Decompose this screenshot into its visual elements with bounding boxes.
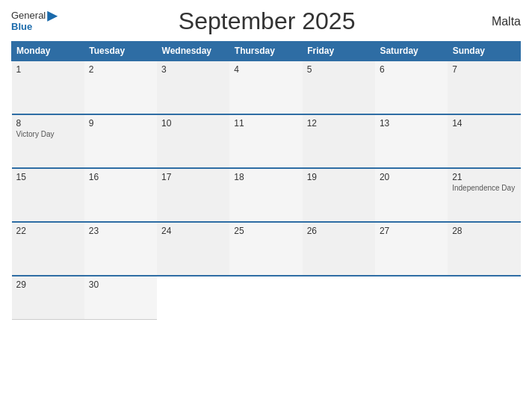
day-cell <box>157 276 229 319</box>
day-number: 11 <box>234 118 297 129</box>
day-cell: 22 <box>12 222 84 276</box>
day-number: 10 <box>161 118 225 129</box>
logo: General Blue <box>11 10 58 32</box>
day-number: 22 <box>16 226 80 236</box>
week-row-2: 8Victory Day91011121314 <box>12 114 521 168</box>
week-row-5: 2930 <box>12 276 521 319</box>
calendar-title: September 2025 <box>58 7 476 35</box>
calendar-grid: Monday Tuesday Wednesday Thursday Friday… <box>11 41 521 320</box>
day-number: 25 <box>234 226 297 236</box>
day-cell: 18 <box>229 168 302 222</box>
day-cell: 27 <box>375 222 448 276</box>
logo-general-text: General <box>11 10 58 22</box>
day-number: 30 <box>89 279 152 290</box>
day-cell: 24 <box>157 222 229 276</box>
col-sunday: Sunday <box>448 42 520 61</box>
day-cell: 30 <box>84 276 157 319</box>
day-number: 6 <box>380 64 443 75</box>
day-cell: 21Independence Day <box>448 168 520 222</box>
day-number: 15 <box>16 172 80 182</box>
holiday-label: Victory Day <box>16 130 80 138</box>
day-cell: 3 <box>157 61 229 114</box>
day-cell: 2 <box>84 61 157 114</box>
col-tuesday: Tuesday <box>84 42 157 61</box>
day-cell <box>303 276 375 319</box>
day-cell <box>448 276 520 319</box>
day-number: 28 <box>452 226 516 236</box>
day-cell <box>375 276 448 319</box>
day-number: 19 <box>307 172 371 182</box>
day-number: 5 <box>307 64 371 75</box>
day-cell: 23 <box>84 222 157 276</box>
day-cell: 1 <box>12 61 84 114</box>
day-cell: 16 <box>84 168 157 222</box>
day-cell: 4 <box>229 61 302 114</box>
day-cell: 5 <box>303 61 375 114</box>
day-cell: 19 <box>303 168 375 222</box>
day-number: 12 <box>307 118 371 129</box>
day-number: 14 <box>452 118 516 129</box>
day-cell: 11 <box>229 114 302 168</box>
day-cell: 14 <box>448 114 520 168</box>
day-number: 26 <box>307 226 371 236</box>
col-saturday: Saturday <box>375 42 448 61</box>
day-cell: 8Victory Day <box>12 114 84 168</box>
holiday-label: Independence Day <box>452 184 516 192</box>
day-cell: 13 <box>375 114 448 168</box>
col-wednesday: Wednesday <box>157 42 229 61</box>
col-monday: Monday <box>12 42 84 61</box>
day-number: 16 <box>89 172 152 182</box>
day-number: 24 <box>161 226 225 236</box>
day-cell: 10 <box>157 114 229 168</box>
day-number: 8 <box>16 118 80 129</box>
day-cell: 20 <box>375 168 448 222</box>
day-number: 13 <box>380 118 443 129</box>
logo-icon <box>47 11 58 22</box>
day-cell: 17 <box>157 168 229 222</box>
day-number: 17 <box>161 172 225 182</box>
day-cell: 9 <box>84 114 157 168</box>
weekday-header-row: Monday Tuesday Wednesday Thursday Friday… <box>12 42 521 61</box>
day-number: 4 <box>234 64 297 75</box>
calendar-container: General Blue September 2025 Malta Monday… <box>0 0 532 411</box>
day-number: 7 <box>452 64 516 75</box>
week-row-3: 15161718192021Independence Day <box>12 168 521 222</box>
day-cell: 7 <box>448 61 520 114</box>
day-number: 20 <box>380 172 443 182</box>
country-label: Malta <box>476 15 521 28</box>
day-cell: 15 <box>12 168 84 222</box>
day-cell: 6 <box>375 61 448 114</box>
logo-blue-text: Blue <box>11 22 32 32</box>
calendar-header: General Blue September 2025 Malta <box>11 7 521 35</box>
day-cell: 29 <box>12 276 84 319</box>
day-cell: 25 <box>229 222 302 276</box>
day-number: 27 <box>380 226 443 236</box>
col-thursday: Thursday <box>229 42 302 61</box>
day-cell: 12 <box>303 114 375 168</box>
week-row-4: 22232425262728 <box>12 222 521 276</box>
day-number: 1 <box>16 64 80 75</box>
week-row-1: 1234567 <box>12 61 521 114</box>
day-cell <box>229 276 302 319</box>
day-number: 21 <box>452 172 516 182</box>
col-friday: Friday <box>303 42 375 61</box>
day-number: 23 <box>89 226 152 236</box>
day-cell: 28 <box>448 222 520 276</box>
day-number: 29 <box>16 279 80 290</box>
day-number: 18 <box>234 172 297 182</box>
day-number: 2 <box>89 64 152 75</box>
day-number: 3 <box>161 64 225 75</box>
day-cell: 26 <box>303 222 375 276</box>
day-number: 9 <box>89 118 152 129</box>
